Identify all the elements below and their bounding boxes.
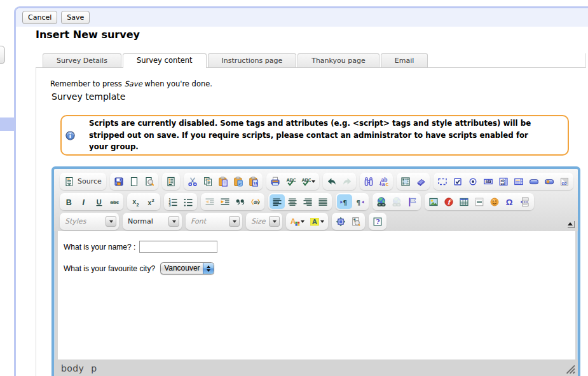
panel-header: Cancel Save [16, 8, 588, 27]
rich-text-editor: SourceStylesNormalFontSize What is your … [51, 166, 580, 376]
bgcolor-icon [310, 217, 320, 227]
toolbar-button-pastetext[interactable] [231, 174, 246, 189]
toolbar-button-bidiltr[interactable] [337, 194, 352, 209]
toolbar-button-removeformat[interactable] [413, 174, 428, 189]
toolbar-button-justifyleft[interactable] [270, 194, 285, 209]
toolbar-button-justifyright[interactable] [300, 194, 315, 209]
toolbar-button-blockquote[interactable] [233, 194, 248, 209]
toolbar-button-selectfield[interactable] [511, 174, 526, 189]
toolbar-button-spellcheck[interactable] [283, 174, 298, 189]
toolbar-button-imagebutton[interactable] [542, 174, 557, 189]
toolbar-button-subscript[interactable] [128, 194, 144, 209]
toolbar-font-combo[interactable]: Font [187, 214, 241, 229]
toolbar-button-templates[interactable] [163, 174, 179, 189]
radio-icon [468, 177, 478, 187]
toolbar-button-outdent[interactable] [202, 194, 217, 209]
toolbar-button-bgcolor[interactable] [307, 214, 327, 229]
toolbar-styles-combo[interactable]: Styles [61, 214, 118, 229]
toolbar-button-showblocks[interactable] [348, 214, 364, 229]
toolbar-button-newpage[interactable] [126, 174, 142, 189]
toolbar-font-combo-arrow-icon[interactable] [229, 216, 240, 227]
toolbar-button-print[interactable] [268, 174, 283, 189]
toolbar-button-copy[interactable] [200, 174, 215, 189]
toolbar-collapse-button[interactable] [568, 221, 575, 228]
toolbar-button-div[interactable] [248, 194, 263, 209]
toolbar-button-indent[interactable] [217, 194, 233, 209]
italic-icon [79, 197, 89, 207]
tab-survey-details[interactable]: Survey Details [43, 53, 121, 67]
toolbar-button-specialchar[interactable] [502, 194, 517, 209]
toolbar-size-combo[interactable]: Size [247, 214, 281, 229]
toolbar-button-smiley[interactable] [487, 194, 502, 209]
toolbar-format-combo-arrow-icon[interactable] [168, 216, 179, 227]
save-button[interactable]: Save [61, 11, 90, 24]
toolbar-button-numberedlist[interactable] [165, 194, 181, 209]
toolbar-button-superscript[interactable] [144, 194, 159, 209]
toolbar-button-textarea[interactable] [496, 174, 511, 189]
editor-content[interactable]: What is your name? : What is your favour… [58, 231, 575, 359]
city-select[interactable]: Vancouver [160, 262, 214, 274]
toolbar-button-bold[interactable] [61, 194, 76, 209]
toolbar-button-bulletedlist[interactable] [181, 194, 196, 209]
toolbar-button-justifyblock[interactable] [315, 194, 331, 209]
preview-icon [144, 177, 154, 187]
toolbar-button-replace[interactable] [376, 174, 392, 189]
toolbar-button-bidirtl[interactable] [352, 194, 367, 209]
pastetext-icon [233, 177, 243, 187]
toolbar-button-textcolor[interactable] [287, 214, 307, 229]
toolbar-button-redo[interactable] [339, 174, 355, 189]
toolbar-button-cut[interactable] [185, 174, 200, 189]
toolbar-button-button[interactable] [526, 174, 542, 189]
strike-icon [109, 197, 120, 207]
toolbar-button-flash[interactable] [441, 194, 456, 209]
toolbar-button-radio[interactable] [465, 174, 481, 189]
toolbar-button-selectall[interactable] [398, 174, 413, 189]
toolbar-button-underline[interactable] [92, 194, 107, 209]
name-text-input[interactable] [139, 241, 217, 253]
toolbar-button-maximize[interactable] [333, 214, 348, 229]
toolbar-button-pagebreak[interactable] [517, 194, 533, 209]
element-path-body[interactable]: body [61, 363, 84, 373]
toolbar-group [184, 173, 263, 190]
toolbar-button-strike[interactable] [107, 194, 122, 209]
select-stepper-icon [203, 263, 214, 274]
resize-grip-icon[interactable] [565, 364, 575, 374]
toolbar-button-justifycenter[interactable] [285, 194, 300, 209]
cancel-button[interactable]: Cancel [22, 11, 57, 24]
toolbar-button-save[interactable] [111, 174, 126, 189]
toolbar-button-checkbox[interactable] [450, 174, 465, 189]
toolbar-button-pasteword[interactable] [246, 174, 261, 189]
toolbar-button-preview[interactable] [142, 174, 157, 189]
toolbar-button-undo[interactable] [324, 174, 339, 189]
toolbar-size-combo-arrow-icon[interactable] [269, 216, 280, 227]
toolbar-button-image[interactable] [426, 194, 441, 209]
toolbar-button-form[interactable] [435, 174, 450, 189]
toolbar-button-source[interactable]: Source [61, 174, 105, 189]
toolbar-button-about[interactable] [370, 214, 385, 229]
toolbar-format-combo[interactable]: Normal [124, 214, 181, 229]
justifyleft-icon [272, 197, 282, 207]
toolbar-button-link[interactable] [374, 194, 389, 209]
tab-survey-content[interactable]: Survey content [123, 53, 207, 68]
toolbar-button-unlink[interactable] [389, 194, 404, 209]
info-message-box: Scripts are currently disabled. Some tag… [60, 115, 569, 156]
toolbar-button-anchor[interactable] [404, 194, 420, 209]
toolbar-button-hiddenfield[interactable] [557, 174, 572, 189]
justifyblock-icon [318, 197, 328, 207]
toolbar-styles-combo-arrow-icon[interactable] [106, 216, 116, 227]
tab-thankyou-page[interactable]: Thankyou page [297, 53, 379, 67]
tab-email[interactable]: Email [381, 53, 428, 67]
scayt-dropdown-arrow-icon [311, 180, 315, 183]
toolbar-button-textfield[interactable] [481, 174, 496, 189]
toolbar-button-find[interactable] [361, 174, 376, 189]
element-path-p[interactable]: p [91, 363, 97, 373]
tab-instructions-page[interactable]: Instructions page [208, 53, 297, 67]
toolbar-button-paste[interactable] [215, 174, 231, 189]
toolbar-button-italic[interactable] [76, 194, 92, 209]
background-partial-button[interactable] [0, 46, 5, 64]
toolbar-group [164, 193, 197, 210]
toolbar-button-scayt[interactable] [298, 174, 318, 189]
toolbar-format-combo-label: Normal [128, 217, 166, 225]
toolbar-button-horizontalrule[interactable] [472, 194, 487, 209]
toolbar-button-table[interactable] [456, 194, 472, 209]
